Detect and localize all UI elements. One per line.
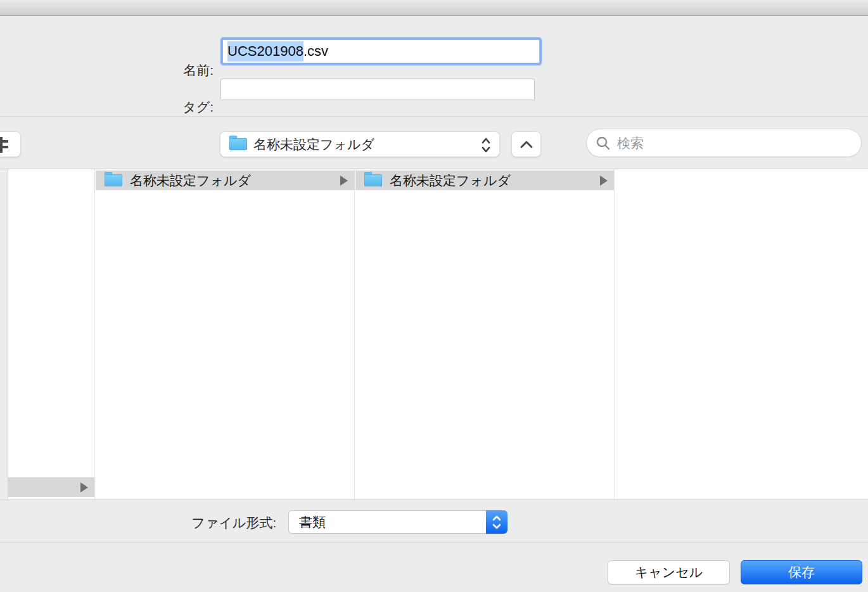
toolbar: 名称未設定フォルダ: [0, 117, 868, 169]
location-popup[interactable]: 名称未設定フォルダ: [220, 131, 500, 157]
folder-icon: [229, 138, 247, 150]
chevron-up-icon: [520, 140, 533, 149]
go-to-parent-button[interactable]: [511, 131, 541, 157]
browser-column-0[interactable]: [8, 169, 95, 499]
search-input[interactable]: [616, 135, 852, 151]
popup-chevrons-capsule: [486, 510, 507, 534]
browser-row-selected[interactable]: 名称未設定フォルダ: [355, 171, 614, 190]
clipped-view-icon: [0, 137, 12, 153]
clipped-view-button[interactable]: [0, 131, 21, 157]
browser-column-2[interactable]: 名称未設定フォルダ: [355, 169, 615, 499]
dialog-footer: キャンセル 保存: [0, 543, 868, 592]
cancel-button[interactable]: キャンセル: [608, 560, 730, 584]
file-format-bar: ファイル形式: 書類: [0, 501, 868, 543]
location-popup-label: 名称未設定フォルダ: [253, 136, 374, 153]
browser-row-selected[interactable]: 名称未設定フォルダ: [96, 171, 354, 190]
updown-chevrons-icon: [480, 137, 492, 153]
save-button[interactable]: 保存: [741, 560, 862, 584]
folder-icon: [105, 174, 122, 186]
browser-row-selected[interactable]: [8, 477, 94, 497]
filename-label: 名前:: [0, 61, 214, 79]
row-label: 名称未設定フォルダ: [390, 172, 600, 190]
folder-icon: [364, 174, 382, 186]
disclosure-triangle-icon: [600, 176, 608, 186]
search-field[interactable]: [586, 129, 862, 157]
filename-input[interactable]: UCS201908.csv: [222, 39, 540, 63]
file-format-label: ファイル形式:: [0, 514, 276, 532]
search-icon: [596, 136, 611, 151]
browser-column-1[interactable]: 名称未設定フォルダ: [96, 169, 355, 499]
disclosure-triangle-icon: [80, 482, 88, 492]
browser-left-gutter: [0, 169, 8, 499]
file-format-value: 書類: [299, 513, 486, 531]
filename-section: 名前: UCS201908.csv タグ:: [0, 16, 868, 117]
row-label: 名称未設定フォルダ: [130, 172, 340, 190]
file-format-popup[interactable]: 書類: [288, 510, 507, 534]
filename-selected-text: UCS201908: [227, 41, 303, 61]
column-browser: 名称未設定フォルダ 名称未設定フォルダ: [0, 169, 868, 500]
parent-window-titlebar: [0, 0, 868, 16]
tags-label: タグ:: [0, 98, 214, 116]
filename-extension-text: .csv: [303, 43, 328, 60]
tags-input[interactable]: [220, 79, 535, 100]
updown-chevrons-icon: [492, 515, 502, 530]
disclosure-triangle-icon: [340, 176, 348, 186]
save-dialog: { "dialog": { "name_label": "名前:", "file…: [0, 0, 868, 592]
